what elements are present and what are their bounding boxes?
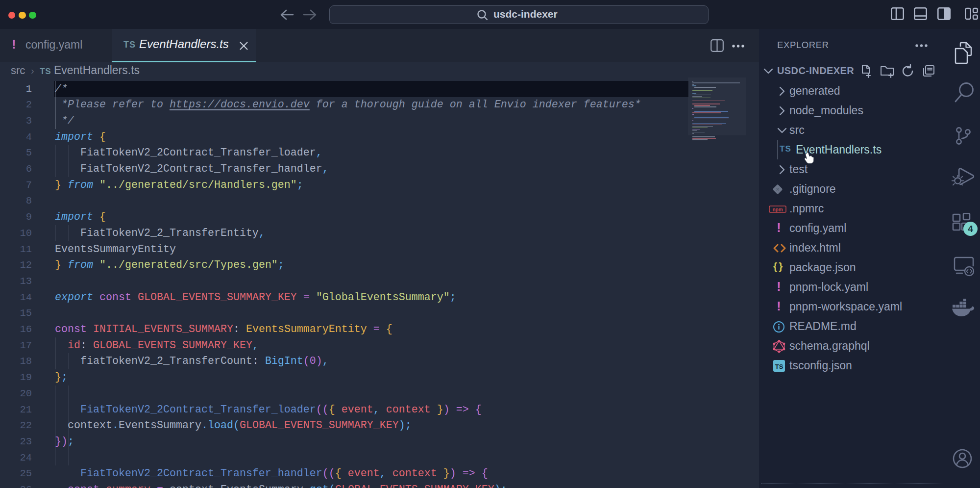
svg-text:TS: TS [775,363,784,370]
svg-text:npm: npm [772,207,783,212]
